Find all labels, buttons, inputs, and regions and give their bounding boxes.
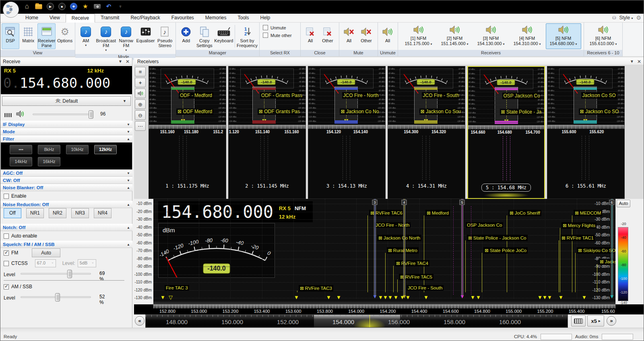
receiver-footer[interactable]: 2 : 151.145 MHz [229, 183, 305, 189]
section-if-display[interactable]: IF Display▼ [0, 121, 132, 128]
nr-button-nr4[interactable]: NR4 [94, 208, 111, 218]
speaker-icon[interactable] [16, 110, 25, 118]
panel-collapse-icon[interactable]: ▼ [118, 59, 122, 64]
receiver-frequency-ruler[interactable] [547, 125, 624, 129]
select-rx-mute-other[interactable]: Mute other [263, 33, 297, 38]
memory-label[interactable]: ⊠ ODF Grants Pas [258, 108, 301, 115]
settings-gear-icon[interactable]: ⚙ [636, 14, 641, 21]
narrow-fm-button[interactable]: ♪Narrow FM▾ [117, 23, 136, 53]
ribbon-receiver-r3[interactable]: [3] NFM154.130.000 ▾ [473, 23, 509, 49]
receiver-footer[interactable]: 6 : 155.61 MHz [547, 183, 624, 189]
nr-button-nr1[interactable]: NR1 [26, 208, 44, 218]
camera-icon[interactable] [93, 2, 101, 10]
receiver-panel-2[interactable]: -140.0 ▼▼ ODF - Grants Pass ⊠ ODF Grants… [228, 66, 306, 199]
am-level-slider[interactable] [21, 296, 91, 298]
am-ssb-checkbox[interactable] [4, 284, 9, 289]
frequency-axis[interactable]: 152.800153.000153.200153.400153.600153.8… [134, 304, 644, 314]
options-button[interactable]: ⚙Options [56, 23, 74, 49]
menu-tab-recplayback[interactable]: Rec/Playback [125, 14, 165, 23]
nav-keyboard-button[interactable] [571, 315, 586, 327]
signal-label[interactable]: ⊠ Medford [425, 210, 450, 216]
mute-other-checkbox[interactable] [263, 33, 268, 38]
zoom-out-icon[interactable]: ⊖ [135, 110, 146, 120]
memory-label[interactable]: ⊠ ODF Medford [176, 108, 213, 115]
filter-8kHz[interactable]: 8kHz [38, 145, 60, 154]
close-all-button[interactable]: All [302, 23, 319, 49]
mute-other-button[interactable]: Other [358, 23, 375, 49]
keyboard-button[interactable]: Keyboard [214, 23, 233, 49]
section-noise-blanker[interactable]: Noise Blanker: Off▲ [0, 184, 132, 191]
zoom-in-icon[interactable]: ⊕ [135, 99, 146, 109]
section-noise-reduction[interactable]: Noise Reduction: Off▲ [0, 201, 132, 208]
receiver-pane-button[interactable]: Receiver Pane [37, 23, 56, 49]
add-icon[interactable]: ✚ [70, 2, 78, 10]
squelch-auto-button[interactable]: Auto [32, 248, 60, 257]
receiver-frequency-ruler[interactable] [229, 125, 305, 129]
nb-enable-checkbox[interactable] [4, 194, 9, 199]
ribbon-receiver-r1[interactable]: [1] NFM151.175.000 ▾ [401, 23, 436, 49]
qat-customize-icon[interactable]: ▿ [116, 2, 124, 10]
rx-marker[interactable] [374, 199, 376, 296]
more-options-icon[interactable]: ⋯ [135, 121, 146, 131]
nav-zoom-button[interactable]: x5▸ [587, 315, 604, 327]
menu-icon[interactable]: ≡ [135, 67, 146, 76]
ribbon-receiver-r6[interactable]: [6] NFM155.610.000 ▾ [586, 23, 621, 49]
rx-marker-badge[interactable]: 4 [402, 200, 407, 205]
nr-button-nr2[interactable]: NR2 [49, 208, 66, 218]
section-agc[interactable]: AGC: Off▼ [0, 169, 132, 177]
signal-label[interactable]: ⊠ RVFire TAC4 [395, 260, 429, 267]
signal-label[interactable]: ⊠ Mercy Flights [561, 222, 597, 229]
menu-tab-view[interactable]: View [44, 14, 66, 23]
filter-12kHz[interactable]: 12kHz [94, 145, 117, 154]
nav-band[interactable]: 148.000150.000152.000154.000156.000158.0… [145, 314, 568, 328]
signal-label[interactable]: ⊠ Jackson Co North [377, 235, 421, 241]
receiver-frequency-ruler[interactable] [468, 125, 544, 129]
menu-tab-memories[interactable]: Memories [200, 14, 232, 23]
receiver-footer[interactable]: 3 : 154.13 MHz [308, 183, 385, 189]
filter-16kHz[interactable]: 16kHz [38, 157, 60, 166]
menu-tab-home[interactable]: Home [20, 14, 44, 23]
panel-close-icon[interactable]: ✕ [126, 59, 130, 64]
rx-marker[interactable] [461, 199, 463, 296]
equaliser-button[interactable]: Equaliser [136, 23, 155, 53]
receiver-panel-1[interactable]: -140.0 ▼▼ ODF - Medford ⊠ ODF Medford 1 … [149, 66, 226, 199]
play-icon[interactable]: ▶ [46, 2, 54, 10]
menu-tab-tools[interactable]: Tools [232, 14, 255, 23]
add-receiver-icon[interactable]: + [135, 78, 146, 87]
receivers-collapse-icon[interactable]: ▼ [630, 59, 634, 64]
stop-icon[interactable]: ■ [58, 2, 66, 10]
signal-label[interactable]: ⊠ Rural Metro [387, 247, 419, 254]
receiver-frequency-ruler[interactable] [388, 125, 465, 129]
filter-[interactable]: ••• [10, 145, 32, 154]
nr-button-nr3[interactable]: NR3 [71, 208, 89, 218]
ribbon-receiver-r2[interactable]: [2] NFM151.145.000 ▾ [437, 23, 473, 49]
signal-label[interactable]: ⊠ State Police JoCo [483, 247, 528, 254]
signal-label[interactable]: ⊠ JoCo Sheriff [508, 210, 541, 216]
sort-by-frequency-button[interactable]: 12Sort by Frequency [236, 23, 258, 49]
memory-label[interactable]: ⊠ Jackson Co SO [579, 108, 620, 115]
section-cw[interactable]: CW: Off▼ [0, 177, 132, 184]
receivers-close-icon[interactable]: ✕ [637, 59, 641, 64]
dsp-button[interactable]: DSP [2, 23, 19, 49]
notch-auto-checkbox[interactable] [4, 234, 9, 239]
spectrum-frequency-readout[interactable]: 154.680.000 [161, 202, 273, 222]
section-mode[interactable]: Mode▼ [0, 128, 132, 135]
close-other-button[interactable]: Other [319, 23, 336, 49]
copy-settings-button[interactable]: Copy Settings [196, 23, 214, 49]
receiver-panel-6[interactable]: -140.0 ▼▼ Jackson Co SO ⊠ Jackson Co SO … [547, 66, 625, 199]
receiver-frequency-ruler[interactable] [308, 125, 385, 129]
equalizer-icon[interactable] [4, 111, 12, 117]
filter-14kHz[interactable]: 14kHz [10, 157, 32, 166]
signal-label[interactable]: ⊠ Siskiyou Co SO [577, 247, 615, 254]
home-icon[interactable]: ⌂ [23, 2, 31, 10]
frequency-readout[interactable]: 0.154.680.000 [3, 75, 110, 91]
section-squelch[interactable]: Squelch: FM / AM / SSB▲ [0, 241, 132, 248]
nr-button-off[interactable]: Off [4, 208, 21, 218]
signal-label[interactable]: ⊠ RVFire TAC1 [560, 235, 595, 241]
receiver-panel-4[interactable]: -140.0 ▼▼ JCO Fire - South ⊠ Jackson Co … [388, 66, 465, 199]
add-receiver-button[interactable]: Add [177, 23, 195, 49]
receiver-footer[interactable]: 5 : 154.68 MHz [468, 184, 544, 192]
speaker-toolbar-icon[interactable] [135, 89, 146, 98]
memory-label[interactable]: ⊠ Jackson Co Sou [419, 108, 462, 115]
undo-icon[interactable]: ↶ [105, 2, 113, 10]
